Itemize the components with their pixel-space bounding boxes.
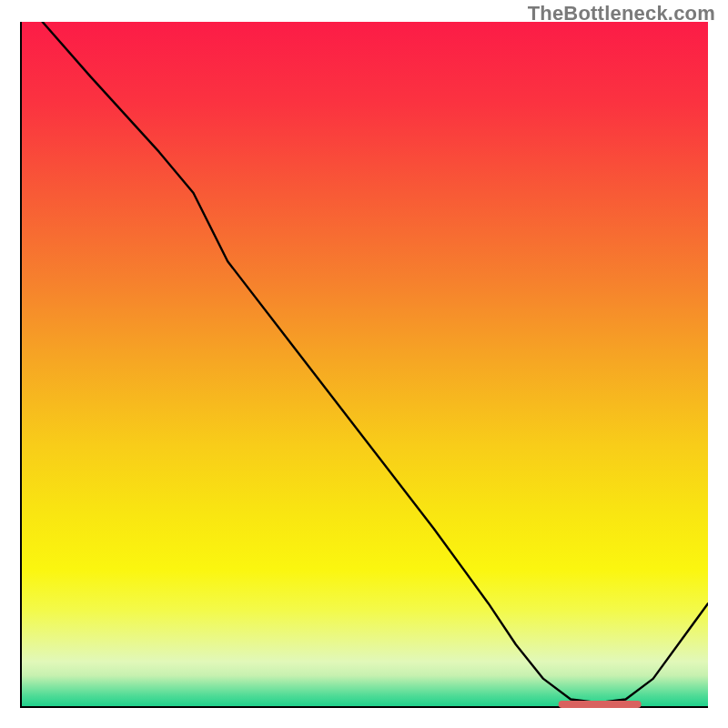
chart-stage: TheBottleneck.com bbox=[0, 0, 728, 728]
plot-area bbox=[20, 22, 708, 708]
plot-svg bbox=[22, 22, 708, 706]
heat-background bbox=[22, 22, 708, 706]
optimal-range-marker bbox=[559, 701, 642, 708]
